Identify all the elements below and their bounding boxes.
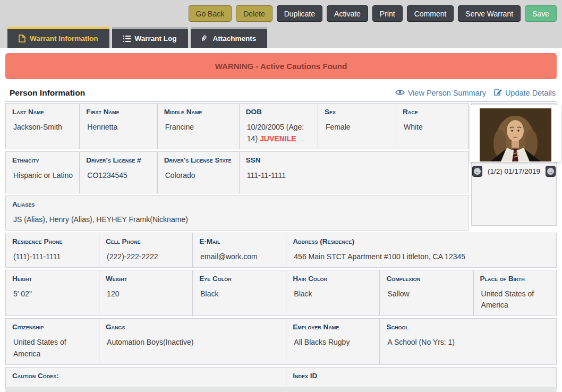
field-label: First Name bbox=[86, 108, 150, 116]
field-label: Place of Birth bbox=[480, 275, 550, 283]
table-row: Height 5' 02" Weight 120 Eye Color Black… bbox=[5, 270, 557, 316]
field-value: Female bbox=[325, 122, 389, 133]
field-label: Ethnicity bbox=[12, 156, 73, 164]
eye-icon bbox=[395, 89, 405, 97]
comment-button[interactable]: Comment bbox=[407, 5, 454, 22]
field-value: Black bbox=[293, 288, 373, 300]
field-email: E-Mail email@work.com bbox=[193, 233, 286, 267]
field-race: Race White bbox=[396, 104, 469, 149]
field-ssn: SSN 111-11-1111 bbox=[240, 152, 469, 193]
paperclip-icon bbox=[202, 35, 209, 42]
person-photo-frame bbox=[470, 105, 561, 162]
field-drivers-license-number: Driver's License # CO1234545 bbox=[80, 152, 157, 193]
field-label: Residence Phone bbox=[12, 237, 92, 245]
field-address-residence: Address (Residence) 456 Main STCT Apartm… bbox=[286, 233, 556, 267]
print-button[interactable]: Print bbox=[372, 5, 403, 22]
activate-button[interactable]: Activate bbox=[327, 5, 368, 22]
table-row: Last Name Jackson-Smith First Name Henri… bbox=[5, 103, 469, 149]
field-value: Jackson-Smith bbox=[12, 122, 73, 133]
warrant-information-panel: WARNING - Active Cautions Found Person I… bbox=[0, 48, 562, 392]
view-person-summary-link[interactable]: View Person Summary bbox=[395, 89, 486, 97]
field-label: SSN bbox=[246, 156, 462, 164]
field-label: Eye Color bbox=[199, 275, 279, 283]
field-label: Complexion bbox=[386, 275, 466, 283]
field-dob: DOB 10/20/2005 (Age: 14)JUVENILE bbox=[240, 104, 318, 149]
photo-caption: (1/2) 01/17/2019 bbox=[488, 167, 540, 175]
person-photo bbox=[480, 108, 551, 161]
tab-label: Attachments bbox=[213, 35, 257, 42]
juvenile-badge: JUVENILE bbox=[260, 134, 296, 143]
tab-attachments[interactable]: Attachments bbox=[191, 27, 268, 48]
field-label: DOB bbox=[246, 108, 311, 116]
field-citizenship: Citizenship United States of America bbox=[6, 319, 99, 364]
document-icon bbox=[19, 35, 25, 42]
field-label: Last Name bbox=[12, 108, 73, 116]
table-row: Residence Phone (111)-111-1111 Cell Phon… bbox=[5, 233, 557, 268]
list-icon bbox=[123, 36, 131, 42]
action-toolbar: Go Back Delete Duplicate Activate Print … bbox=[189, 5, 557, 22]
field-gangs: Gangs Automation Boys(Inactive) bbox=[99, 319, 286, 364]
field-value: All Blacks Rugby bbox=[293, 337, 373, 348]
field-label: Driver's License # bbox=[86, 156, 150, 164]
header-links: View Person Summary Update Details bbox=[395, 88, 556, 98]
field-sex: Sex Female bbox=[318, 104, 396, 149]
table-row: Ethnicity Hispanic or Latino Driver's Li… bbox=[5, 151, 469, 193]
field-value: Francine bbox=[164, 122, 233, 133]
link-label: View Person Summary bbox=[408, 89, 486, 97]
field-value: 120 bbox=[106, 288, 186, 300]
tab-warrant-log[interactable]: Warrant Log bbox=[112, 27, 188, 48]
person-photo-cell: ← (1/2) 01/17/2019 → bbox=[471, 103, 557, 226]
field-label: Employer Name bbox=[293, 323, 373, 331]
field-label: Race bbox=[403, 108, 462, 116]
field-employer-name: Employer Name All Blacks Rugby bbox=[286, 319, 380, 364]
field-label: Address (Residence) bbox=[293, 237, 550, 245]
person-details-table: Last Name Jackson-Smith First Name Henri… bbox=[5, 101, 557, 392]
field-middle-name: Middle Name Francine bbox=[158, 104, 240, 149]
field-value: United States of America bbox=[480, 288, 550, 311]
field-first-name: First Name Henrietta bbox=[80, 104, 157, 149]
field-value: CO1234545 bbox=[86, 170, 150, 182]
edit-icon bbox=[494, 88, 502, 98]
field-value: White bbox=[403, 122, 462, 133]
warning-text: WARNING - Active Cautions Found bbox=[215, 62, 347, 71]
field-label: School bbox=[386, 323, 550, 331]
field-value: 10/20/2005 (Age: 14)JUVENILE bbox=[246, 122, 311, 144]
tab-label: Warrant Information bbox=[30, 35, 98, 42]
field-label: Weight bbox=[106, 275, 186, 283]
photo-pager: ← (1/2) 01/17/2019 → bbox=[472, 166, 556, 177]
field-value: 456 Main STCT Apartment #100 Littleton, … bbox=[293, 251, 550, 263]
field-drivers-license-state: Driver's License State Colorado bbox=[158, 152, 240, 193]
field-value: A School (No Yrs: 1) bbox=[386, 337, 550, 348]
link-label: Update Details bbox=[505, 89, 556, 97]
field-hair-color: Hair Color Black bbox=[286, 270, 380, 316]
field-label: Middle Name bbox=[164, 108, 233, 116]
field-label: Cell Phone bbox=[106, 237, 186, 245]
field-label: Driver's License State bbox=[164, 156, 233, 164]
field-value: Automation Boys(Inactive) bbox=[106, 337, 279, 348]
field-value: 5' 02" bbox=[12, 288, 92, 300]
field-label: Aliases bbox=[12, 200, 462, 208]
duplicate-button[interactable]: Duplicate bbox=[277, 5, 322, 22]
serve-warrant-button[interactable]: Serve Warrant bbox=[458, 5, 521, 22]
delete-button[interactable]: Delete bbox=[236, 5, 272, 22]
field-value: Henrietta bbox=[86, 122, 150, 133]
previous-photo-button[interactable]: ← bbox=[472, 166, 482, 177]
tab-warrant-information[interactable]: Warrant Information bbox=[7, 27, 109, 48]
field-value: Sallow bbox=[386, 288, 466, 300]
field-complexion: Complexion Sallow bbox=[380, 270, 473, 316]
person-information-header: Person Information View Person Summary U… bbox=[10, 88, 556, 98]
field-value: Black bbox=[199, 288, 279, 300]
table-row: Aliases JS (Alias), Henry (Alias), HEYHE… bbox=[5, 195, 469, 231]
go-back-button[interactable]: Go Back bbox=[189, 5, 232, 22]
left-arrow-icon: ← bbox=[474, 168, 481, 175]
page-title: Person Information bbox=[10, 88, 85, 98]
table-row: Citizenship United States of America Gan… bbox=[5, 318, 557, 364]
field-last-name: Last Name Jackson-Smith bbox=[6, 104, 80, 149]
update-details-link[interactable]: Update Details bbox=[494, 88, 556, 98]
field-height: Height 5' 02" bbox=[6, 270, 99, 316]
field-place-of-birth: Place of Birth United States of America bbox=[474, 270, 556, 316]
next-photo-button[interactable]: → bbox=[546, 166, 556, 177]
tab-bar: Warrant Information Warrant Log Attachme… bbox=[7, 27, 267, 48]
save-button[interactable]: Save bbox=[525, 5, 557, 22]
tab-label: Warrant Log bbox=[135, 35, 177, 42]
